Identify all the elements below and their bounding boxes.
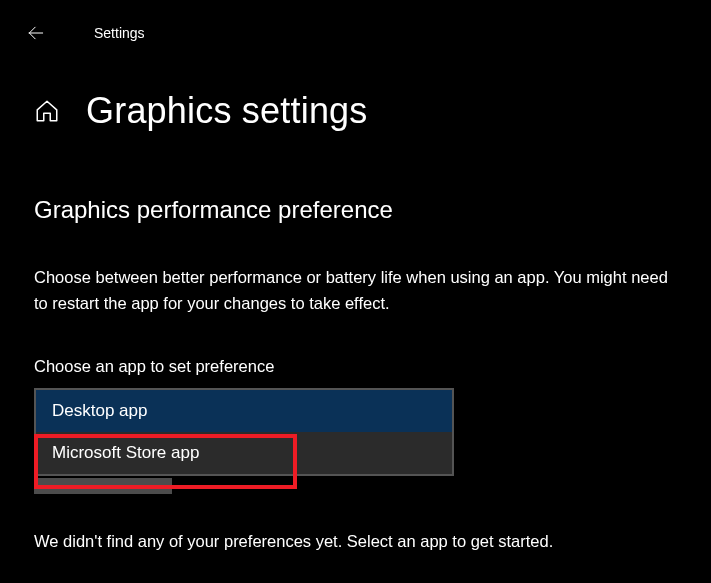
browse-button-fragment[interactable] (34, 478, 172, 494)
section-description: Choose between better performance or bat… (34, 264, 677, 317)
title-bar: Settings (0, 0, 711, 48)
back-arrow-icon (26, 23, 46, 43)
back-button[interactable] (26, 23, 46, 43)
home-icon (34, 98, 60, 124)
page-title: Graphics settings (86, 90, 368, 132)
app-type-dropdown[interactable]: Desktop app Microsoft Store app (34, 388, 454, 476)
app-type-label: Choose an app to set preference (34, 357, 677, 376)
empty-state-text: We didn't find any of your preferences y… (34, 532, 677, 551)
page-heading-row: Graphics settings (34, 90, 677, 132)
home-button[interactable] (34, 98, 60, 124)
dropdown-option-microsoft-store-app[interactable]: Microsoft Store app (36, 432, 452, 474)
window-title: Settings (94, 25, 145, 41)
dropdown-option-desktop-app[interactable]: Desktop app (36, 390, 452, 432)
content-area: Graphics settings Graphics performance p… (0, 48, 711, 551)
section-heading: Graphics performance preference (34, 196, 677, 224)
